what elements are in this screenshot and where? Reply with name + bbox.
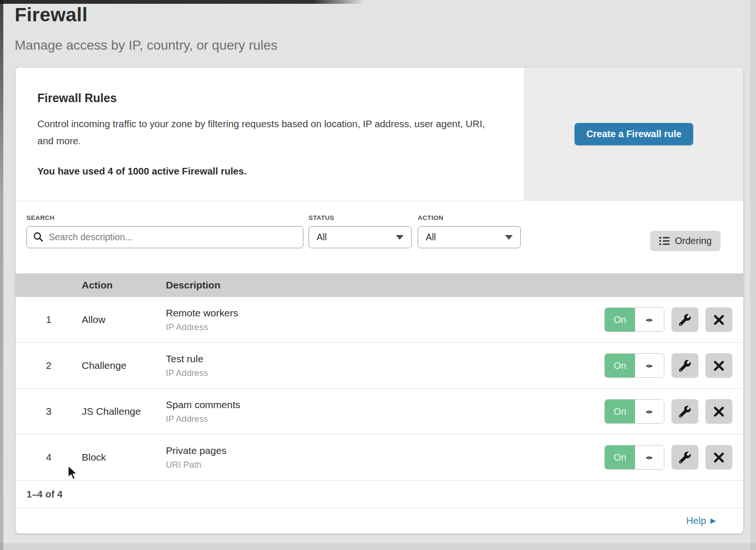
- status-select[interactable]: All: [309, 226, 412, 248]
- window-edge-right: [750, 0, 756, 550]
- table-header: Action Description: [16, 273, 743, 297]
- help-arrow-icon: ▶: [710, 516, 716, 525]
- toggle-on-label[interactable]: On: [605, 308, 635, 332]
- create-firewall-rule-button[interactable]: Create a Firewall rule: [575, 123, 693, 145]
- rule-action: Challenge: [82, 360, 166, 371]
- rule-description-cell: Remote workers IP Address: [166, 307, 604, 332]
- filter-bar: SEARCH STATUS All ACTION All: [16, 201, 743, 273]
- ordering-button[interactable]: Ordering: [650, 231, 721, 251]
- search-icon: [33, 232, 43, 242]
- pagination-row: 1–4 of 4: [16, 480, 743, 508]
- rules-list: 1 Allow Remote workers IP Address On ◂▸: [16, 297, 743, 480]
- action-selected-value: All: [426, 232, 436, 243]
- rule-description: Remote workers: [166, 307, 604, 319]
- usage-count: You have used 4 of 1000 active Firewall …: [37, 166, 505, 177]
- rule-description-cell: Spam comments IP Address: [166, 399, 604, 424]
- status-filter-group: STATUS All: [309, 214, 412, 248]
- delete-rule-button[interactable]: [705, 353, 732, 378]
- close-icon: [713, 314, 724, 325]
- edit-rule-button[interactable]: [671, 445, 698, 470]
- page-title: Firewall: [15, 4, 87, 26]
- edit-rule-button[interactable]: [671, 399, 698, 424]
- rule-controls: On ◂▸: [604, 307, 732, 332]
- rule-action: Allow: [82, 314, 166, 325]
- chevron-down-icon: [505, 235, 513, 240]
- section-description: Control incoming traffic to your zone by…: [37, 115, 486, 149]
- toggle-arrows-icon[interactable]: ◂▸: [635, 308, 664, 332]
- firewall-rules-card: Firewall Rules Control incoming traffic …: [16, 68, 743, 533]
- help-link-label: Help: [686, 515, 706, 526]
- search-label: SEARCH: [26, 214, 303, 221]
- ordered-list-icon: [659, 236, 670, 245]
- rule-priority: 4: [16, 452, 82, 463]
- card-top-section: Firewall Rules Control incoming traffic …: [16, 68, 743, 201]
- cta-panel: Create a Firewall rule: [524, 68, 743, 201]
- window-edge-bottom: [0, 543, 756, 550]
- intro-section: Firewall Rules Control incoming traffic …: [16, 68, 524, 201]
- rule-enabled-toggle[interactable]: On ◂▸: [604, 445, 664, 470]
- action-select[interactable]: All: [418, 226, 521, 248]
- wrench-icon: [679, 360, 691, 372]
- rule-action: JS Challenge: [82, 406, 166, 417]
- rule-controls: On ◂▸: [604, 445, 732, 470]
- rule-enabled-toggle[interactable]: On ◂▸: [604, 307, 664, 332]
- wrench-icon: [679, 452, 691, 463]
- toggle-arrows-icon[interactable]: ◂▸: [635, 400, 664, 423]
- rule-description: Test rule: [166, 353, 604, 365]
- rule-priority: 2: [16, 360, 82, 371]
- toggle-on-label[interactable]: On: [605, 445, 635, 469]
- pagination-count: 1–4 of 4: [26, 489, 62, 500]
- toggle-arrows-icon[interactable]: ◂▸: [635, 354, 664, 377]
- table-row: 4 Block Private pages URI Path On ◂▸: [16, 435, 743, 480]
- status-selected-value: All: [317, 232, 327, 243]
- rule-priority: 3: [16, 406, 82, 417]
- rule-enabled-toggle[interactable]: On ◂▸: [604, 399, 664, 424]
- page-subtitle: Manage access by IP, country, or query r…: [15, 38, 277, 53]
- edit-rule-button[interactable]: [671, 307, 698, 332]
- table-row: 1 Allow Remote workers IP Address On ◂▸: [16, 297, 743, 343]
- wrench-icon: [679, 406, 691, 418]
- table-row: 2 Challenge Test rule IP Address On ◂▸: [16, 343, 743, 389]
- help-link[interactable]: Help ▶: [686, 515, 716, 526]
- action-column-header: Action: [82, 279, 166, 291]
- status-label: STATUS: [309, 214, 412, 221]
- section-heading: Firewall Rules: [37, 91, 505, 105]
- table-row: 3 JS Challenge Spam comments IP Address …: [16, 389, 743, 435]
- close-icon: [713, 360, 724, 371]
- close-icon: [713, 452, 724, 463]
- rule-description-cell: Test rule IP Address: [166, 353, 604, 378]
- window-edge-left: [0, 0, 3, 550]
- toggle-on-label[interactable]: On: [605, 400, 635, 423]
- rule-match-type: IP Address: [166, 322, 604, 332]
- description-column-header: Description: [166, 279, 743, 291]
- rule-match-type: IP Address: [166, 368, 604, 378]
- close-icon: [713, 406, 724, 417]
- toggle-arrows-icon[interactable]: ◂▸: [635, 445, 664, 469]
- rule-controls: On ◂▸: [604, 399, 732, 424]
- delete-rule-button[interactable]: [705, 307, 732, 332]
- edit-rule-button[interactable]: [671, 353, 698, 378]
- rule-description: Private pages: [166, 445, 604, 456]
- delete-rule-button[interactable]: [705, 445, 732, 470]
- firewall-page: { "page": { "title": "Firewall", "subtit…: [0, 0, 756, 550]
- rule-match-type: IP Address: [166, 414, 604, 424]
- rule-enabled-toggle[interactable]: On ◂▸: [604, 353, 664, 378]
- help-row: Help ▶: [16, 508, 743, 533]
- search-input[interactable]: [26, 226, 303, 248]
- wrench-icon: [679, 314, 691, 326]
- ordering-button-label: Ordering: [675, 236, 712, 246]
- rule-controls: On ◂▸: [604, 353, 732, 378]
- rule-description: Spam comments: [166, 399, 604, 410]
- action-filter-group: ACTION All: [418, 214, 521, 248]
- window-edge-top: [0, 0, 365, 4]
- rule-action: Block: [82, 452, 166, 463]
- rule-match-type: URI Path: [166, 460, 604, 470]
- action-label: ACTION: [418, 214, 521, 221]
- toggle-on-label[interactable]: On: [605, 354, 635, 377]
- delete-rule-button[interactable]: [705, 399, 732, 424]
- chevron-down-icon: [396, 235, 404, 240]
- search-filter-group: SEARCH: [26, 214, 303, 248]
- rule-description-cell: Private pages URI Path: [166, 445, 604, 470]
- rule-priority: 1: [16, 314, 82, 325]
